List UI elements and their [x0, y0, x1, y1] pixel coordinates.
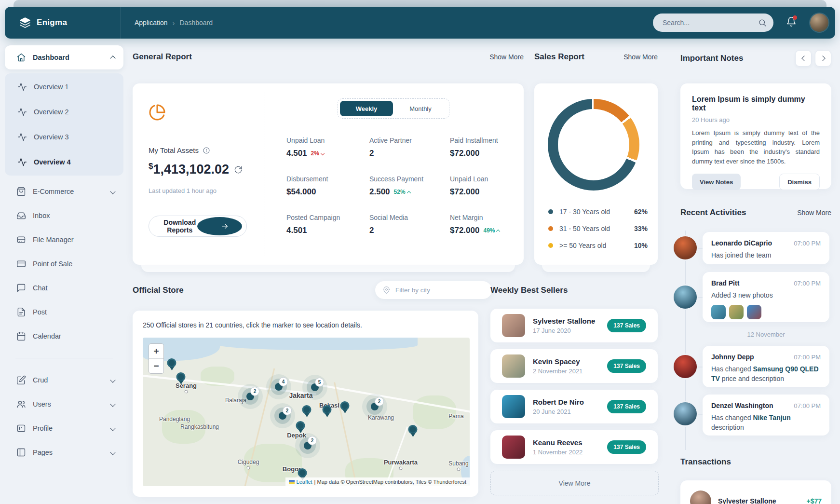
city-label-balaraja: Balaraja	[225, 397, 246, 404]
best-seller-row[interactable]: Sylvester Stallone 17 June 2020 137 Sale…	[490, 309, 658, 342]
sidebar-item-label: Profile	[33, 424, 104, 432]
view-more-button[interactable]: View More	[490, 471, 659, 495]
legend-dot	[548, 243, 553, 248]
stat-label: Active Partner	[369, 136, 412, 144]
map-pin-marker[interactable]	[340, 401, 350, 413]
transaction-amount: +$77	[806, 497, 822, 504]
search-icon	[758, 18, 767, 27]
best-sellers-title: Weekly Best Sellers	[490, 286, 568, 295]
map-pin-marker[interactable]	[408, 425, 418, 437]
sidebar-item-overview-4[interactable]: Overview 4	[5, 150, 123, 175]
notes-prev-button[interactable]	[795, 50, 812, 67]
sidebar-item-crud[interactable]: Crud	[5, 368, 123, 392]
sales-count-badge: 137 Sales	[607, 319, 646, 332]
map-zoom-in-button[interactable]: +	[149, 344, 163, 358]
best-seller-row[interactable]: Robert De Niro 20 June 2021 137 Sales	[490, 390, 658, 423]
stat-label: Net Margin	[450, 214, 500, 221]
photo-thumbnail[interactable]	[747, 305, 761, 319]
breadcrumb-parent[interactable]: Application	[135, 19, 168, 27]
stat-value: 2.500	[369, 187, 390, 197]
map-cluster-marker[interactable]: 2	[246, 393, 254, 400]
app-logo[interactable]: Enigma	[5, 17, 121, 28]
info-icon[interactable]	[203, 147, 210, 154]
sidebar-item-profile[interactable]: Profile	[5, 416, 123, 440]
toggle-weekly[interactable]: Weekly	[340, 101, 393, 116]
notifications-button[interactable]	[786, 16, 797, 29]
map-pin-marker[interactable]	[323, 405, 332, 417]
sidebar-item-inbox[interactable]: Inbox	[5, 204, 123, 228]
map-pin-marker[interactable]	[176, 372, 186, 384]
map-pin-marker[interactable]	[296, 421, 305, 433]
search-input[interactable]	[662, 18, 758, 27]
best-seller-row[interactable]: Kevin Spacey 2 November 2021 137 Sales	[490, 349, 658, 383]
user-avatar[interactable]	[810, 14, 828, 32]
seller-date: 1 November 2022	[533, 449, 607, 456]
refresh-icon[interactable]	[234, 165, 243, 174]
sales-report-show-more[interactable]: Show More	[623, 53, 658, 61]
map-zoom-out-button[interactable]: −	[149, 358, 163, 373]
chevron-down-icon	[110, 377, 115, 382]
sidebar-item-label: Overview 1	[34, 83, 69, 91]
best-seller-row[interactable]: Keanu Reeves 1 November 2022 137 Sales	[490, 430, 658, 464]
sidebar-item-overview-3[interactable]: Overview 3	[5, 124, 123, 150]
activity-avatar[interactable]	[674, 286, 697, 309]
dismiss-button[interactable]: Dismiss	[779, 174, 820, 190]
top-navbar: Enigma Application › Dashboard	[5, 7, 835, 39]
seller-date: 17 June 2020	[533, 327, 607, 334]
photo-thumbnail[interactable]	[711, 305, 726, 319]
map-cluster-marker[interactable]: 4	[275, 383, 283, 391]
activity-name: Johnny Depp	[711, 353, 754, 361]
sales-report-card: 17 - 30 Years old 62% 31 - 50 Years old …	[534, 83, 658, 265]
city-label-karawang: Karawang	[368, 414, 394, 421]
sidebar-item-calendar[interactable]: Calendar	[5, 324, 123, 348]
legend-item-50-plus: >= 50 Years old 10%	[548, 242, 648, 249]
seller-name: Sylvester Stallone	[533, 317, 607, 325]
activity-avatar[interactable]	[674, 355, 697, 378]
activity-avatar[interactable]	[674, 236, 697, 259]
city-label-purwakarta: Purwakarta	[384, 459, 418, 466]
town-dot	[247, 466, 250, 470]
notes-next-button[interactable]	[815, 50, 831, 67]
sidebar-item-pages[interactable]: Pages	[5, 440, 123, 464]
map-cluster-marker[interactable]: 5	[311, 383, 319, 391]
map-cluster-marker[interactable]: 2	[279, 412, 286, 420]
filter-city-input[interactable]	[394, 286, 485, 294]
download-reports-button[interactable]: Download Reports	[149, 216, 247, 237]
breadcrumb-separator: ›	[173, 19, 175, 27]
sidebar-item-overview-1[interactable]: Overview 1	[5, 74, 123, 99]
card-divider	[265, 92, 265, 256]
calendar-icon	[16, 331, 26, 341]
photo-thumbnail[interactable]	[729, 305, 744, 319]
sidebar-item-chat[interactable]: Chat	[5, 276, 123, 300]
sidebar-item-file-manager[interactable]: File Manager	[5, 228, 123, 252]
seller-date: 2 November 2021	[533, 368, 607, 375]
map-cluster-marker[interactable]: 2	[371, 403, 379, 410]
map-pin-marker[interactable]	[167, 358, 176, 370]
legend-value: 33%	[634, 225, 648, 232]
view-notes-button[interactable]: View Notes	[692, 174, 741, 190]
sidebar-item-users[interactable]: Users	[5, 392, 123, 416]
activity-time: 07:00 PM	[794, 240, 821, 247]
general-report-show-more[interactable]: Show More	[489, 53, 524, 61]
map-pin-marker[interactable]	[302, 405, 312, 417]
sales-donut-chart[interactable]	[548, 99, 639, 191]
toggle-monthly[interactable]: Monthly	[394, 101, 447, 116]
chevron-down-icon	[110, 401, 115, 407]
activities-show-more[interactable]: Show More	[797, 209, 831, 217]
activity-highlight: Nike Tanjun	[753, 414, 790, 422]
sidebar-item-post[interactable]: Post	[5, 300, 123, 324]
transaction-row[interactable]: Sylvester Stallone +$77	[680, 480, 831, 504]
sidebar-item-overview-2[interactable]: Overview 2	[5, 99, 123, 124]
sales-count-badge: 137 Sales	[607, 440, 646, 454]
filter-by-city-field[interactable]	[375, 281, 492, 299]
store-map[interactable]: Serang Jakarta Bekasi Depok Bogor Purwak…	[143, 338, 470, 486]
dashboard-page: Enigma Application › Dashboard Da	[0, 0, 840, 504]
sidebar-item-ecommerce[interactable]: E-Commerce	[5, 179, 123, 204]
activity-avatar[interactable]	[674, 402, 697, 425]
breadcrumb-current[interactable]: Dashboard	[180, 19, 213, 27]
sidebar-item-point-of-sale[interactable]: Point of Sale	[5, 252, 123, 276]
map-cluster-marker[interactable]: 2	[304, 442, 312, 450]
leaflet-link[interactable]: Leaflet	[297, 479, 312, 485]
sidebar-item-dashboard[interactable]: Dashboard	[5, 45, 123, 69]
global-search[interactable]	[653, 14, 773, 32]
